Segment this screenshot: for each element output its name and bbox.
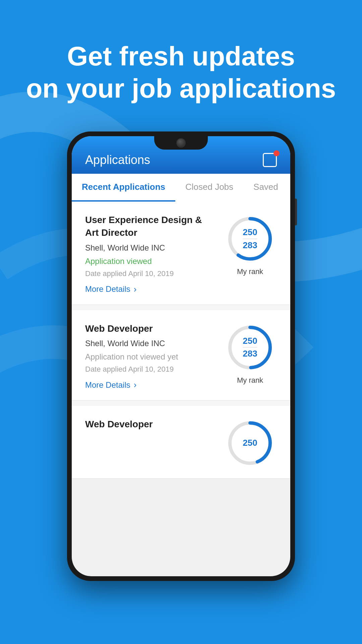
app-title: Applications [85,153,150,167]
job-date-2: Date applied April 10, 2019 [85,365,217,374]
job-date-1: Date applied April 10, 2019 [85,269,217,278]
job-card-1-info: User Experience Design & Art Director Sh… [85,214,217,294]
job-company-1: Shell, World Wide INC [85,243,217,253]
front-camera [176,138,186,148]
chevron-right-icon-2: › [134,380,137,390]
phone-notch [154,136,208,150]
tab-closed-jobs[interactable]: Closed Jobs [175,174,243,202]
tab-saved[interactable]: Saved [243,174,288,202]
job-status-1: Application viewed [85,257,217,266]
hero-section: Get fresh updates on your job applicatio… [0,0,362,125]
tabs-bar: Recent Applications Closed Jobs Saved [72,174,290,202]
notification-button[interactable] [263,153,277,167]
job-company-2: Shell, World Wide INC [85,339,217,348]
job-status-2: Application not viewed yet [85,352,217,362]
more-details-button-1[interactable]: More Details › [85,284,217,294]
job-card-2: Web Developer Shell, World Wide INC Appl… [72,310,290,401]
job-card-3-info: Web Developer [85,418,217,435]
job-title-1: User Experience Design & Art Director [85,214,217,239]
job-card-1: User Experience Design & Art Director Sh… [72,202,290,305]
more-details-button-2[interactable]: More Details › [85,380,217,390]
job-title-3: Web Developer [85,418,217,431]
phone-mockup: Applications Recent Applications Closed … [0,131,362,581]
job-card-2-info: Web Developer Shell, World Wide INC Appl… [85,322,217,390]
rank-label-2: My rank [237,376,263,385]
rank-circle-2: 250 283 My rank [223,322,277,385]
job-list: User Experience Design & Art Director Sh… [72,202,290,479]
phone-screen: Applications Recent Applications Closed … [72,136,290,576]
phone-body: Applications Recent Applications Closed … [67,131,295,581]
chevron-right-icon-1: › [134,284,137,294]
job-title-2: Web Developer [85,322,217,335]
hero-title: Get fresh updates on your job applicatio… [20,40,342,105]
notification-badge [274,150,280,156]
rank-label-1: My rank [237,267,263,276]
tab-recent-applications[interactable]: Recent Applications [72,174,175,202]
job-card-3: Web Developer 250 [72,406,290,479]
rank-circle-1: 250 283 My rank [223,214,277,276]
rank-circle-3: 250 [223,418,277,468]
